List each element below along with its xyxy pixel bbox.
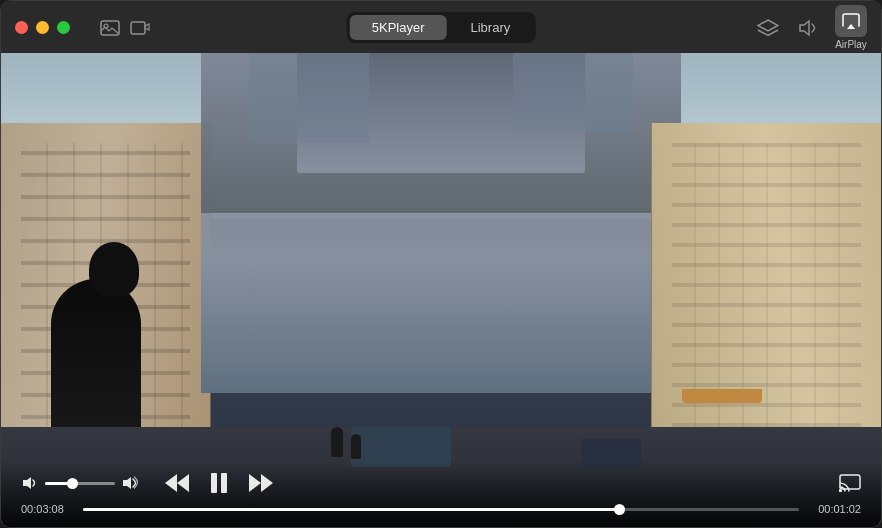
progress-row: 00:03:08 00:01:02 bbox=[21, 503, 861, 515]
airplay-button[interactable]: AirPlay bbox=[835, 5, 867, 50]
rewind-button[interactable] bbox=[163, 472, 191, 494]
volume-thumb bbox=[67, 478, 78, 489]
app-window: 5KPlayer Library bbox=[0, 0, 882, 528]
maximize-button[interactable] bbox=[57, 21, 70, 34]
svg-marker-3 bbox=[165, 474, 177, 492]
current-time: 00:03:08 bbox=[21, 503, 73, 515]
volume-low-button[interactable] bbox=[21, 475, 39, 491]
pause-icon bbox=[207, 471, 231, 495]
airplay-icon bbox=[835, 5, 867, 37]
figure-head bbox=[89, 242, 139, 297]
cast-button[interactable] bbox=[839, 474, 861, 492]
volume-high-button[interactable] bbox=[121, 475, 139, 491]
person-1 bbox=[331, 427, 343, 457]
fastforward-icon bbox=[247, 472, 275, 494]
traffic-lights bbox=[15, 21, 70, 34]
progress-thumb bbox=[614, 504, 625, 515]
tab-player[interactable]: 5KPlayer bbox=[350, 15, 447, 40]
svg-rect-2 bbox=[131, 22, 145, 34]
airplay-label: AirPlay bbox=[835, 39, 867, 50]
volume-low-icon bbox=[21, 475, 39, 491]
svg-marker-7 bbox=[261, 474, 273, 492]
tab-library[interactable]: Library bbox=[449, 15, 533, 40]
video-scene: 00:03:08 00:01:02 bbox=[1, 53, 881, 527]
svg-rect-5 bbox=[211, 473, 217, 493]
svg-marker-4 bbox=[177, 474, 189, 492]
rewind-icon bbox=[163, 472, 191, 494]
video-icon[interactable] bbox=[130, 17, 150, 38]
volume-slider[interactable] bbox=[45, 482, 115, 485]
controls-overlay: 00:03:08 00:01:02 bbox=[1, 461, 881, 527]
tab-group: 5KPlayer Library bbox=[347, 12, 536, 43]
cast-icon bbox=[839, 474, 861, 492]
inv-building-2 bbox=[249, 53, 369, 143]
center-buildings bbox=[201, 53, 681, 393]
volume-fill bbox=[45, 482, 73, 485]
pause-button[interactable] bbox=[207, 471, 231, 495]
toolbar-icons bbox=[100, 17, 150, 38]
progress-fill bbox=[83, 508, 620, 511]
volume-group bbox=[21, 475, 139, 491]
layers-icon[interactable] bbox=[757, 17, 779, 38]
inv-building-3 bbox=[513, 53, 633, 133]
video-area[interactable]: 00:03:08 00:01:02 bbox=[1, 53, 881, 527]
close-button[interactable] bbox=[15, 21, 28, 34]
inverted-city bbox=[201, 53, 681, 213]
svg-marker-8 bbox=[249, 474, 261, 492]
remaining-time: 00:01:02 bbox=[809, 503, 861, 515]
person-2 bbox=[351, 434, 361, 459]
minimize-button[interactable] bbox=[36, 21, 49, 34]
fastforward-button[interactable] bbox=[247, 472, 275, 494]
title-bar-right: AirPlay bbox=[757, 5, 867, 50]
volume-icon[interactable] bbox=[797, 17, 817, 38]
photo-icon[interactable] bbox=[100, 17, 120, 38]
controls-bar bbox=[21, 471, 861, 495]
svg-rect-6 bbox=[221, 473, 227, 493]
awning bbox=[682, 389, 762, 403]
title-bar: 5KPlayer Library bbox=[1, 1, 881, 53]
volume-high-icon bbox=[121, 475, 139, 491]
progress-bar[interactable] bbox=[83, 508, 799, 511]
